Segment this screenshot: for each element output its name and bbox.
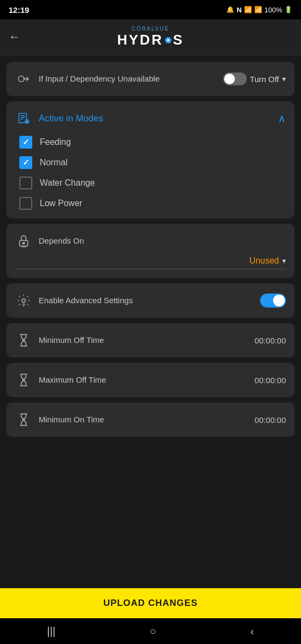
advanced-settings-toggle[interactable] bbox=[260, 294, 286, 308]
modes-chevron-icon[interactable]: ∧ bbox=[278, 112, 286, 125]
max-off-time-label: Maximum Off Time bbox=[39, 375, 248, 385]
feeding-checkbox[interactable] bbox=[19, 136, 32, 149]
settings-gear-icon bbox=[15, 292, 32, 309]
normal-label: Normal bbox=[40, 158, 68, 167]
turn-off-label: Turn Off bbox=[250, 75, 279, 84]
input-dependency-row: If Input / Dependency Unavailable Turn O… bbox=[15, 70, 286, 87]
nfc-icon: N bbox=[236, 6, 241, 14]
lock-icon bbox=[15, 232, 32, 250]
bottom-nav: ||| ○ ‹ bbox=[0, 618, 301, 644]
low-power-label: Low Power bbox=[40, 199, 82, 208]
input-dependency-card: If Input / Dependency Unavailable Turn O… bbox=[6, 62, 295, 96]
svg-point-13 bbox=[23, 304, 24, 305]
hourglass-2-icon bbox=[15, 371, 32, 389]
mode-item-low-power[interactable]: Low Power bbox=[19, 197, 286, 210]
min-on-time-label: Minimum On Time bbox=[39, 414, 248, 425]
toggle-switch-off[interactable] bbox=[223, 72, 247, 85]
depends-on-label: Depends On bbox=[39, 236, 286, 246]
depends-on-section: Depends On Unused ▾ bbox=[15, 232, 286, 269]
modes-header: Active in Modes ∧ bbox=[15, 110, 286, 127]
max-off-time-value: 00:00:00 bbox=[255, 376, 286, 385]
logo: CORALVUE HYDRS bbox=[117, 26, 184, 48]
turn-off-dropdown-arrow[interactable]: ▾ bbox=[282, 75, 286, 83]
feeding-label: Feeding bbox=[40, 137, 71, 147]
arrow-input-icon bbox=[17, 72, 31, 86]
advanced-settings-label: Enable Advanced Settings bbox=[39, 295, 254, 306]
recent-apps-icon[interactable]: ||| bbox=[47, 625, 56, 638]
modes-list: Feeding Normal Water Change Low Power bbox=[15, 136, 286, 210]
max-off-time-row: Maximum Off Time 00:00:00 bbox=[15, 371, 286, 389]
modes-icon bbox=[15, 110, 32, 127]
status-bar: 12:19 🔔 N 📶 📶 100% 🔋 bbox=[0, 0, 301, 19]
status-icons: 🔔 N 📶 📶 100% 🔋 bbox=[226, 6, 292, 14]
depends-on-arrow[interactable]: ▾ bbox=[282, 257, 286, 265]
advanced-settings-row: Enable Advanced Settings bbox=[15, 292, 286, 309]
back-nav-icon[interactable]: ‹ bbox=[250, 625, 254, 638]
max-off-time-card[interactable]: Maximum Off Time 00:00:00 bbox=[6, 363, 295, 397]
logo-top: CORALVUE bbox=[132, 26, 169, 32]
min-on-time-row: Minimum On Time 00:00:00 bbox=[15, 411, 286, 428]
mode-item-normal[interactable]: Normal bbox=[19, 156, 286, 169]
turn-off-toggle[interactable]: Turn Off ▾ bbox=[223, 72, 286, 85]
active-in-modes-card: Active in Modes ∧ Feeding Normal Water C… bbox=[6, 101, 295, 218]
depends-on-row: Depends On bbox=[15, 232, 286, 250]
logo-main: HYDRS bbox=[117, 32, 184, 48]
water-change-checkbox[interactable] bbox=[19, 177, 32, 189]
hourglass-3-icon bbox=[15, 411, 32, 428]
input-dependency-label: If Input / Dependency Unavailable bbox=[39, 74, 217, 84]
water-change-label: Water Change bbox=[40, 178, 95, 188]
advanced-settings-card: Enable Advanced Settings bbox=[6, 283, 295, 318]
wifi-icon: 📶 bbox=[244, 6, 252, 13]
mode-item-water-change[interactable]: Water Change bbox=[19, 177, 286, 189]
upload-changes-button[interactable]: UPLOAD CHANGES bbox=[0, 588, 301, 618]
home-icon[interactable]: ○ bbox=[149, 625, 156, 638]
low-power-checkbox[interactable] bbox=[19, 197, 32, 210]
mode-item-feeding[interactable]: Feeding bbox=[19, 136, 286, 149]
min-off-time-label: Minimum Off Time bbox=[39, 335, 248, 346]
min-off-time-row: Minimum Off Time 00:00:00 bbox=[15, 332, 286, 349]
header: ← CORALVUE HYDRS bbox=[0, 19, 301, 55]
hourglass-1-icon bbox=[15, 332, 32, 349]
alarm-icon: 🔔 bbox=[226, 6, 234, 13]
depends-on-value: Unused bbox=[15, 256, 279, 266]
battery-icon: 🔋 bbox=[284, 6, 292, 13]
modes-title: Active in Modes bbox=[39, 113, 271, 124]
min-on-time-value: 00:00:00 bbox=[255, 415, 286, 425]
logo-dot-icon bbox=[165, 37, 171, 43]
min-off-time-value: 00:00:00 bbox=[255, 336, 286, 345]
battery-label: 100% bbox=[264, 6, 282, 14]
min-on-time-card[interactable]: Minimum On Time 00:00:00 bbox=[6, 402, 295, 437]
svg-point-10 bbox=[23, 243, 24, 244]
svg-point-12 bbox=[22, 299, 26, 303]
depends-on-dropdown[interactable]: Unused ▾ bbox=[15, 256, 286, 269]
min-off-time-card[interactable]: Minimum Off Time 00:00:00 bbox=[6, 323, 295, 357]
input-icon bbox=[15, 70, 32, 87]
content: If Input / Dependency Unavailable Turn O… bbox=[0, 55, 301, 588]
status-time: 12:19 bbox=[9, 5, 29, 14]
normal-checkbox[interactable] bbox=[19, 156, 32, 169]
svg-point-8 bbox=[27, 122, 27, 122]
back-button[interactable]: ← bbox=[9, 30, 20, 44]
signal-icon: 📶 bbox=[254, 6, 262, 13]
depends-on-card: Depends On Unused ▾ bbox=[6, 224, 295, 278]
